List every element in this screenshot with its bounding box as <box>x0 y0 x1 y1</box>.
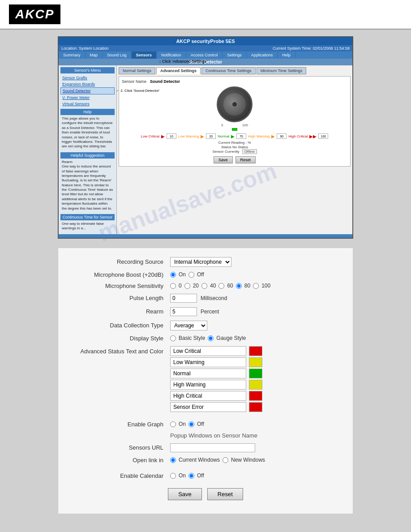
display-style-basic-label: Basic Style <box>179 335 205 341</box>
status-high-critical-color[interactable] <box>249 391 262 401</box>
recording-source-select[interactable]: Internal Microphone <box>170 257 231 267</box>
open-link-current-radio[interactable] <box>170 457 176 463</box>
sp-tab-minimum[interactable]: Minimum Time Settings <box>257 67 307 74</box>
data-collection-select[interactable]: Average Minimum Maximum <box>170 321 207 330</box>
sp-title: AKCP securityProbe 5ES <box>59 37 352 45</box>
popup-windows-label: Popup Windows on Sensor Name <box>170 432 339 439</box>
rearm-input[interactable] <box>170 307 197 316</box>
form-save-button[interactable]: Save <box>168 488 202 500</box>
rearm-unit: Percent <box>201 309 219 315</box>
sp-save-button[interactable]: Save <box>214 156 233 163</box>
status-high-critical-row <box>170 391 262 401</box>
sp-tab-continuous[interactable]: Continuous Time Settings <box>201 67 256 74</box>
sp-location-bar: Location: System Location Current System… <box>59 45 352 51</box>
status-low-critical-input[interactable] <box>170 346 246 356</box>
display-style-basic-radio[interactable] <box>170 335 176 341</box>
enable-graph-off-radio[interactable] <box>188 421 194 427</box>
sp-nav-access[interactable]: Access Control <box>186 51 223 59</box>
sensitivity-60-radio[interactable] <box>218 283 224 289</box>
status-low-critical-color[interactable] <box>249 346 262 356</box>
sensitivity-20-label: 20 <box>193 283 199 289</box>
microphone-boost-control: On Off <box>170 271 339 278</box>
sp-tab-normal[interactable]: Normal Settings <box>119 67 155 74</box>
form-reset-button[interactable]: Reset <box>207 488 243 500</box>
sp-nav-map[interactable]: Map <box>86 51 103 59</box>
sensitivity-0-radio[interactable] <box>170 283 176 289</box>
microphone-boost-off-radio[interactable] <box>188 272 194 278</box>
status-normal-input[interactable] <box>170 369 246 378</box>
status-sensor-error-color[interactable] <box>249 402 262 412</box>
microphone-boost-on-radio[interactable] <box>170 272 176 278</box>
threshold-normal-input[interactable] <box>236 133 246 139</box>
display-style-gauge-radio[interactable] <box>208 335 214 341</box>
sp-nav-soundlog[interactable]: Sound Log <box>103 51 132 59</box>
sp-nav-applications[interactable]: Applications <box>247 51 278 59</box>
display-style-label: Display Style <box>72 335 170 342</box>
microphone-sensitivity-label: Microphone Sensitivity <box>72 283 170 289</box>
sensors-url-label: Sensors URL <box>72 444 170 451</box>
status-normal-color[interactable] <box>249 369 262 378</box>
status-high-warning-row <box>170 380 262 390</box>
sp-sensor-currently-value: Offline <box>242 149 257 154</box>
sp-sidebar-expansion-boards[interactable]: Expansion Boards <box>60 81 115 87</box>
sensitivity-100-radio[interactable] <box>253 283 259 289</box>
sensitivity-80-radio[interactable] <box>236 283 242 289</box>
status-low-warning-input[interactable] <box>170 357 246 367</box>
enable-calendar-off-radio[interactable] <box>188 473 194 479</box>
gauge-labels: 0 100 <box>217 123 253 127</box>
sensitivity-40-radio[interactable] <box>201 283 207 289</box>
sp-sidebar-suggestion-text: RearmOne way to reduce the amount of fal… <box>60 159 115 212</box>
sp-current-reading-label: Current Reading <box>218 141 245 145</box>
threshold-high-warning-input[interactable] <box>277 133 287 139</box>
enable-graph-on-radio[interactable] <box>170 421 176 427</box>
sp-nav-help[interactable]: Help <box>278 51 295 59</box>
data-collection-label: Data Collection Type <box>72 322 170 329</box>
open-link-new-radio[interactable] <box>223 457 228 463</box>
sp-nav-notification[interactable]: Notification <box>157 51 186 59</box>
sp-status-row: Status No Status <box>221 145 248 149</box>
sp-sidebar-virtual-sensors[interactable]: Virtual Sensors <box>60 101 115 107</box>
sp-nav-summary[interactable]: Summary <box>59 51 86 59</box>
gauge-container: 0 100 <box>122 86 347 131</box>
sp-reset-button[interactable]: Reset <box>235 156 256 163</box>
sensors-url-input[interactable] <box>170 443 255 452</box>
sp-location: Location: System Location <box>61 46 109 51</box>
enable-calendar-on-radio[interactable] <box>170 473 176 479</box>
status-high-warning-input[interactable] <box>170 380 246 390</box>
status-high-critical-input[interactable] <box>170 391 246 401</box>
sp-nav-sensors[interactable]: Sensors <box>132 51 157 59</box>
status-sensor-error-input[interactable] <box>170 402 246 412</box>
sp-sensor-currently-label: Sensor Currently <box>212 150 239 154</box>
logo-box: AKCP <box>9 4 60 24</box>
status-low-critical-row <box>170 346 262 356</box>
sp-sensor-currently-row: Sensor Currently Offline <box>212 150 257 154</box>
enable-graph-row: Enable Graph On Off <box>72 421 339 428</box>
arrow-high-critical: ▶▶ <box>309 134 317 139</box>
sensors-url-control <box>170 443 339 452</box>
threshold-low-critical-input[interactable] <box>167 133 176 139</box>
gauge-inner <box>223 93 246 116</box>
pulse-length-input[interactable] <box>170 294 197 303</box>
advanced-status-label: Advanced Status Text and Color <box>72 346 170 355</box>
status-high-warning-color[interactable] <box>249 380 262 390</box>
sp-current-reading: Current Reading - % <box>218 141 251 145</box>
sp-status-label: Status <box>221 145 231 149</box>
sensitivity-80-label: 80 <box>244 283 250 289</box>
enable-graph-control: On Off <box>170 421 339 427</box>
sp-sidebar-power-meter[interactable]: V. Power Meter <box>60 94 115 101</box>
microphone-sensitivity-control: 0 20 40 60 80 100 <box>170 283 339 289</box>
sensitivity-20-radio[interactable] <box>184 283 190 289</box>
sp-tab-advanced[interactable]: Advanced Settings <box>156 67 201 74</box>
threshold-high-critical-input[interactable] <box>318 133 328 139</box>
threshold-low-warning-input[interactable] <box>206 133 216 139</box>
gauge-indicator <box>232 128 237 131</box>
sp-nav-settings[interactable]: Settings <box>223 51 247 59</box>
sp-sidebar-help-header: Help <box>60 109 115 115</box>
microphone-boost-label: Microphone Boost (+20dB) <box>72 271 170 278</box>
sp-sidebar-sensor-grafts[interactable]: Sensor Grafts <box>60 75 115 81</box>
sp-sidebar-sound-detector[interactable]: Sound Detector ← 2. Click 'Sound Detecto… <box>60 87 115 94</box>
sp-sensor-name-value: Sound Detector <box>150 79 180 84</box>
status-low-warning-color[interactable] <box>249 357 262 367</box>
rearm-control: Percent <box>170 307 339 316</box>
arrow-high-warning: ▶ <box>271 134 275 139</box>
